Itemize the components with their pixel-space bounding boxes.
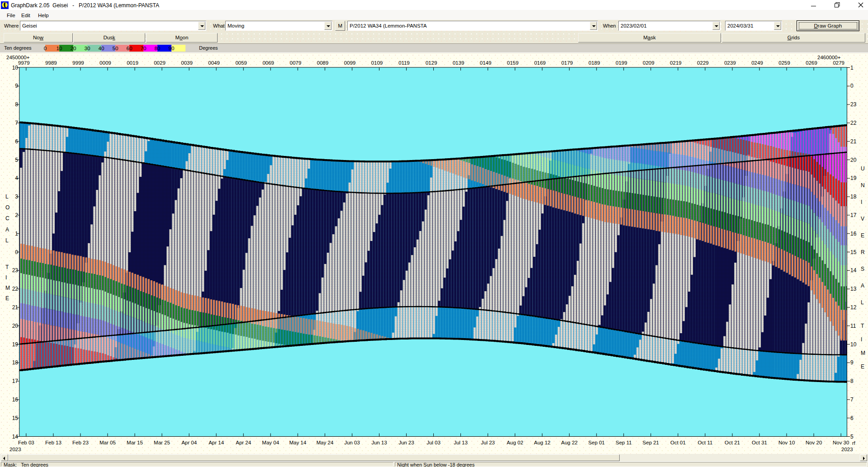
svg-text:V: V (861, 216, 864, 222)
svg-text:16: 16 (12, 396, 19, 403)
svg-text:Apr 24: Apr 24 (236, 440, 251, 445)
svg-text:R: R (861, 249, 865, 255)
svg-text:Mar 15: Mar 15 (127, 440, 143, 445)
svg-text:Jul 13: Jul 13 (454, 440, 468, 445)
svg-text:22: 22 (12, 286, 19, 292)
svg-text:10: 10 (850, 341, 857, 348)
svg-text:Sep 01: Sep 01 (588, 440, 605, 445)
svg-text:17: 17 (850, 212, 857, 218)
svg-text:I: I (861, 199, 862, 205)
svg-text:22: 22 (850, 120, 857, 126)
svg-text:Aug 02: Aug 02 (507, 440, 523, 445)
svg-text:Feb 23: Feb 23 (72, 440, 89, 445)
svg-text:0039: 0039 (181, 60, 193, 66)
svg-text:13: 13 (850, 286, 857, 292)
svg-text:0179: 0179 (561, 60, 573, 66)
svg-text:0249: 0249 (751, 60, 763, 66)
svg-text:20: 20 (850, 157, 857, 163)
svg-text:23: 23 (12, 267, 19, 274)
svg-text:17: 17 (12, 378, 19, 384)
svg-text:0199: 0199 (616, 60, 627, 66)
svg-text:2023: 2023 (9, 447, 21, 452)
svg-text:9979: 9979 (18, 60, 30, 66)
svg-text:23: 23 (850, 101, 857, 108)
svg-text:Feb 13: Feb 13 (45, 440, 62, 445)
svg-text:Sep 11: Sep 11 (616, 440, 632, 445)
svg-text:14: 14 (12, 434, 19, 440)
svg-text:2450000+: 2450000+ (6, 55, 30, 60)
svg-text:0069: 0069 (262, 60, 274, 66)
svg-text:Mar 25: Mar 25 (154, 440, 170, 445)
svg-text:T: T (5, 264, 9, 270)
svg-text:0049: 0049 (208, 60, 220, 66)
svg-text:N: N (861, 182, 865, 189)
svg-text:9: 9 (15, 83, 18, 89)
svg-text:0079: 0079 (290, 60, 302, 66)
svg-text:11: 11 (850, 323, 856, 329)
svg-text:Feb 03: Feb 03 (18, 440, 34, 445)
svg-text:Oct 01: Oct 01 (670, 440, 686, 445)
svg-text:7: 7 (850, 396, 854, 403)
svg-text:S: S (861, 266, 864, 272)
svg-text:A: A (5, 226, 9, 233)
svg-text:5: 5 (15, 157, 18, 163)
svg-text:8: 8 (15, 101, 18, 108)
svg-text:Aug 12: Aug 12 (534, 440, 550, 445)
svg-text:A: A (861, 283, 864, 289)
svg-text:0279: 0279 (833, 60, 844, 66)
svg-text:L: L (5, 193, 9, 200)
svg-text:0109: 0109 (371, 60, 383, 66)
svg-text:16: 16 (850, 231, 857, 237)
svg-text:4: 4 (15, 175, 18, 181)
svg-text:15: 15 (850, 249, 857, 255)
svg-text:9999: 9999 (72, 60, 84, 66)
svg-text:U: U (861, 165, 865, 172)
svg-text:12: 12 (850, 304, 857, 311)
svg-text:9989: 9989 (45, 60, 57, 66)
svg-text:0149: 0149 (480, 60, 492, 66)
svg-text:19: 19 (850, 175, 857, 181)
svg-text:I: I (861, 336, 862, 343)
svg-text:0089: 0089 (317, 60, 329, 66)
svg-text:0189: 0189 (588, 60, 600, 66)
svg-text:T: T (861, 323, 864, 329)
svg-text:C: C (5, 215, 9, 222)
svg-text:Oct 31: Oct 31 (752, 440, 767, 445)
svg-text:L: L (5, 237, 9, 244)
svg-text:0159: 0159 (507, 60, 519, 66)
svg-text:rf: rf (852, 440, 856, 446)
svg-text:9: 9 (850, 359, 854, 366)
svg-text:0269: 0269 (806, 60, 817, 66)
svg-text:M: M (5, 285, 10, 291)
svg-text:E: E (861, 363, 864, 370)
svg-text:0099: 0099 (344, 60, 356, 66)
svg-text:M: M (861, 350, 865, 356)
svg-text:0019: 0019 (127, 60, 138, 66)
svg-text:0: 0 (850, 83, 854, 89)
svg-text:Apr 04: Apr 04 (181, 440, 197, 445)
svg-text:0209: 0209 (643, 60, 655, 66)
svg-text:E: E (5, 295, 9, 302)
svg-text:0059: 0059 (235, 60, 247, 66)
svg-text:1: 1 (15, 231, 18, 237)
svg-text:7: 7 (15, 120, 18, 126)
svg-text:I: I (5, 274, 7, 281)
svg-text:0029: 0029 (154, 60, 166, 66)
svg-text:Jun 03: Jun 03 (344, 440, 360, 445)
svg-text:5: 5 (850, 434, 854, 440)
svg-text:18: 18 (12, 359, 19, 366)
svg-text:0169: 0169 (534, 60, 546, 66)
svg-text:0229: 0229 (697, 60, 709, 66)
svg-text:Nov 10: Nov 10 (778, 440, 795, 445)
svg-text:May 14: May 14 (289, 440, 306, 445)
svg-text:8: 8 (850, 378, 854, 384)
svg-text:Jun 23: Jun 23 (398, 440, 414, 445)
svg-text:21: 21 (12, 304, 19, 311)
svg-text:Nov 20: Nov 20 (806, 440, 822, 445)
svg-text:Oct 11: Oct 11 (697, 440, 712, 445)
svg-text:0009: 0009 (100, 60, 111, 66)
svg-text:Oct 21: Oct 21 (725, 440, 740, 445)
svg-text:Jul 03: Jul 03 (427, 440, 441, 445)
svg-text:2023: 2023 (841, 447, 853, 452)
svg-text:0259: 0259 (778, 60, 790, 66)
